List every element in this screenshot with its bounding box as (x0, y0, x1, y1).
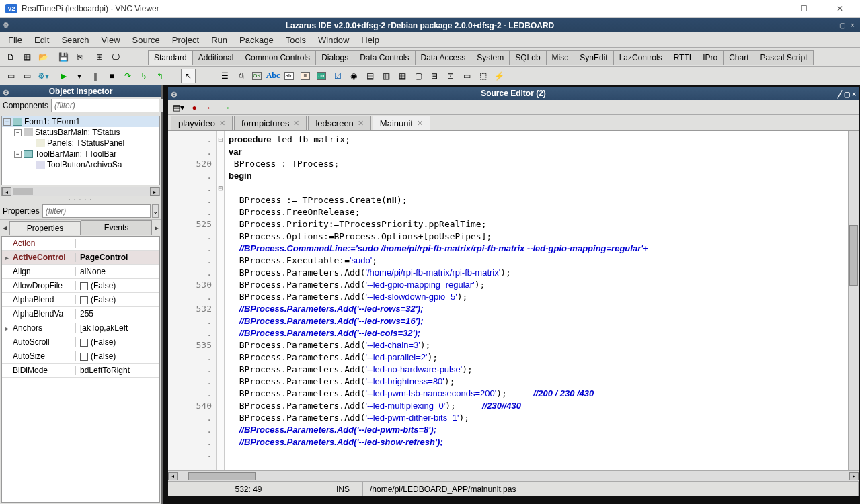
component-tree[interactable]: −Form1: TForm1 −StatusBarMain: TStatus P… (1, 116, 160, 185)
save-button[interactable]: 💾 (56, 50, 71, 65)
step-into-button[interactable]: ↳ (136, 69, 151, 83)
tab-data-controls[interactable]: Data Controls (354, 50, 415, 65)
tree-item-form1[interactable]: −Form1: TForm1 (2, 116, 159, 127)
vnc-close-button[interactable]: ✕ (828, 1, 852, 16)
vnc-maximize-button[interactable]: ☐ (791, 1, 816, 16)
toggle-form-button[interactable]: ⊞ (92, 50, 107, 65)
editor-h-scrollbar[interactable]: ◂ ▸ (168, 470, 859, 481)
menu-project[interactable]: Project (167, 34, 204, 46)
prop-tab-next-button[interactable]: ▸ (152, 223, 161, 233)
menu-edit[interactable]: Edit (29, 34, 54, 46)
menu-file[interactable]: File (3, 34, 28, 46)
close-icon[interactable]: ✕ (293, 119, 299, 128)
components-filter-input[interactable] (51, 99, 159, 112)
tab-events[interactable]: Events (81, 220, 152, 235)
tcheckbox-icon[interactable]: ☑ (330, 69, 345, 83)
menu-run[interactable]: Run (206, 34, 233, 46)
properties-filter-clear-button[interactable]: ⌄ (152, 204, 159, 218)
tab-sqldb[interactable]: SQLdb (509, 50, 546, 65)
tpopupmenu-icon[interactable]: ⎙ (233, 69, 248, 83)
splitter-grip[interactable]: · · · · · (0, 198, 161, 203)
tab-additional[interactable]: Additional (192, 50, 240, 65)
step-over-button[interactable]: ↷ (120, 69, 135, 83)
tscrollbar-icon[interactable]: ▦ (395, 69, 409, 83)
run-button[interactable]: ▶ (56, 69, 71, 83)
ide-minimize-button[interactable]: – (826, 21, 836, 30)
tcombobox-icon[interactable]: ▥ (379, 69, 393, 83)
menu-help[interactable]: Help (356, 34, 385, 46)
prop-bidimode[interactable]: BiDiMode (11, 366, 76, 375)
tree-item-toolbutton[interactable]: ToolButtonArchivoSa (2, 159, 159, 170)
tmemo-icon[interactable]: ≡ (298, 69, 313, 83)
tab-ipro[interactable]: IPro (697, 50, 724, 65)
step-out-button[interactable]: ↰ (153, 69, 167, 83)
prop-allowdropfile[interactable]: AllowDropFile (11, 281, 76, 290)
src-max-button[interactable]: ▢ (844, 88, 850, 101)
tab-ledscreen[interactable]: ledscreen✕ (308, 116, 370, 130)
tab-properties[interactable]: Properties (9, 221, 81, 235)
prop-alphablendvalue[interactable]: AlphaBlendVa (11, 309, 76, 319)
pause-button[interactable]: ‖ (88, 69, 103, 83)
code-editor[interactable]: ..520....525....530.532..535....540.... … (168, 131, 859, 470)
property-grid[interactable]: Action ▸ActiveControlPageControl Alignal… (1, 236, 160, 503)
view-forms-button[interactable]: ▭ (19, 69, 34, 83)
nav-back-button[interactable]: ← (204, 102, 217, 113)
prop-align[interactable]: Align (11, 267, 76, 276)
scroll-left-button[interactable]: ◂ (2, 187, 11, 196)
menu-package[interactable]: Package (234, 34, 279, 46)
code-content[interactable]: procedure led_fb_matrix; var BProcess : … (225, 131, 848, 470)
menu-source[interactable]: Source (127, 34, 165, 46)
cursor-tool-button[interactable]: ↖ (181, 69, 196, 83)
run-dropdown-button[interactable]: ▾ (72, 69, 87, 83)
tradiogroup-icon[interactable]: ⊟ (427, 69, 442, 83)
tlistbox-icon[interactable]: ▤ (362, 69, 377, 83)
tcheckgroup-icon[interactable]: ⊡ (443, 69, 458, 83)
stop-button[interactable]: ■ (104, 69, 119, 83)
scroll-right-button[interactable]: ▸ (150, 187, 159, 196)
src-close-button[interactable]: × (852, 88, 856, 101)
monitor-icon[interactable]: 🖵 (108, 50, 123, 65)
save-all-button[interactable]: ⎘ (72, 50, 87, 65)
tab-synedit[interactable]: SynEdit (574, 50, 613, 65)
tab-dialogs[interactable]: Dialogs (315, 50, 354, 65)
menu-window[interactable]: Window (313, 34, 354, 46)
close-icon[interactable]: ✕ (219, 119, 225, 128)
tpanel-icon[interactable]: ▭ (459, 69, 474, 83)
tree-h-scrollbar[interactable]: ◂ ▸ (1, 187, 160, 196)
ide-close-button[interactable]: × (848, 21, 857, 30)
tradiobutton-icon[interactable]: ◉ (346, 69, 361, 83)
tab-formpictures[interactable]: formpictures✕ (234, 116, 307, 130)
menu-tools[interactable]: Tools (280, 34, 311, 46)
ttogglebox-icon[interactable]: on (314, 69, 329, 83)
tree-item-toolbar[interactable]: −ToolBarMain: TToolBar (2, 149, 159, 159)
tab-misc[interactable]: Misc (546, 50, 575, 65)
menu-search[interactable]: Search (56, 34, 94, 46)
tframe-icon[interactable]: ⬚ (475, 69, 490, 83)
src-min-button[interactable]: ╱ (838, 88, 842, 101)
tgroupbox-icon[interactable]: ▢ (411, 69, 426, 83)
prop-action[interactable]: Action (11, 239, 76, 248)
tlabel-icon[interactable]: Abc (266, 69, 280, 83)
scroll-thumb[interactable] (13, 188, 33, 195)
ide-maximize-button[interactable]: ▢ (837, 21, 847, 30)
tab-data-access[interactable]: Data Access (415, 50, 472, 65)
prop-autoscroll[interactable]: AutoScroll (11, 337, 76, 347)
tactionlist-icon[interactable]: ⚡ (492, 69, 506, 83)
view-units-button[interactable]: ▭ (3, 69, 18, 83)
menu-view[interactable]: View (96, 34, 126, 46)
tab-playvideo[interactable]: playvideo✕ (171, 116, 233, 130)
open-button[interactable]: 📂 (36, 50, 50, 65)
nav-forward-button[interactable]: → (221, 102, 233, 113)
prop-activecontrol[interactable]: ActiveControl (11, 253, 76, 262)
prop-tab-prev-button[interactable]: ◂ (0, 223, 9, 233)
tbutton-icon[interactable]: OK (249, 69, 264, 83)
new-form-button[interactable]: ▦ (19, 50, 34, 65)
new-unit-button[interactable]: 🗋 (3, 50, 18, 65)
tab-mainunit[interactable]: Mainunit✕ (373, 116, 430, 130)
h-scroll-right-button[interactable]: ▸ (849, 472, 859, 480)
close-icon[interactable]: ✕ (417, 119, 423, 128)
h-scroll-thumb[interactable] (188, 472, 256, 480)
fold-column[interactable]: ⊟⊟ (217, 131, 225, 470)
build-mode-button[interactable]: ⚙▾ (36, 69, 50, 83)
prop-anchors[interactable]: Anchors (11, 323, 76, 333)
